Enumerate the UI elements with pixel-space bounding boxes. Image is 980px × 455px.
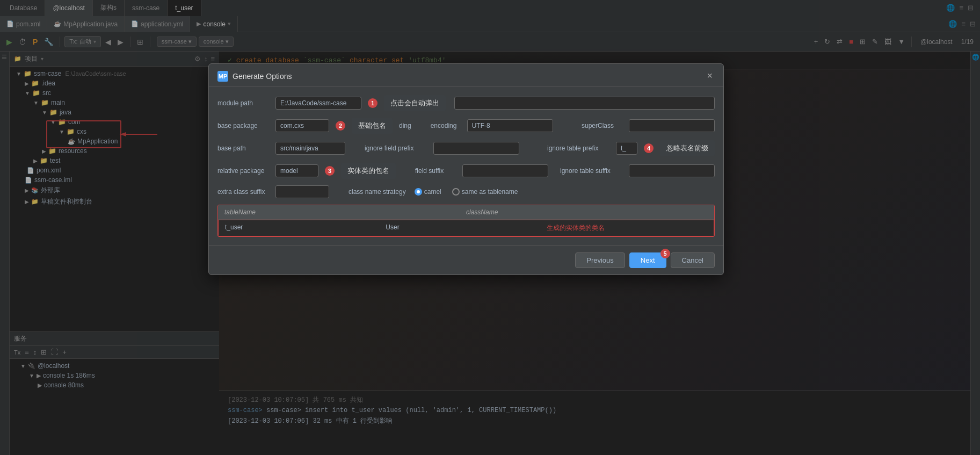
tree-com[interactable]: ▼ 📁 com <box>10 117 219 127</box>
filter-icon[interactable]: ▼ <box>896 37 907 47</box>
edit-icon[interactable]: ✎ <box>870 37 880 47</box>
next-button[interactable]: Next 5 <box>629 252 666 268</box>
sidebar-toggle-icon[interactable]: ☰ <box>1 54 8 61</box>
align-icon[interactable]: ≡ <box>959 4 963 12</box>
wrench-btn[interactable]: 🔧 <box>42 37 55 47</box>
cog-icon[interactable]: ⚙ <box>194 55 201 63</box>
globe-icon[interactable]: 🌐 <box>946 4 955 12</box>
editor-tab-yml[interactable]: 📄 application.yml <box>125 16 190 32</box>
col-tableName: tableName <box>224 208 466 216</box>
clock-btn[interactable]: ⏱ <box>17 37 28 47</box>
cancel-button[interactable]: Cancel <box>671 252 715 268</box>
tree-resources[interactable]: ▶ 📁 resources <box>10 146 219 156</box>
project-folder-icon[interactable]: 📁 <box>14 55 21 62</box>
project-dropdown-icon[interactable]: ▾ <box>41 56 43 62</box>
encoding-input[interactable] <box>467 119 553 132</box>
base-package-input[interactable] <box>275 119 329 132</box>
console-dropdown[interactable]: console ▾ <box>199 37 234 47</box>
tab-database[interactable]: Database <box>2 0 45 16</box>
svc-add-icon[interactable]: + <box>62 348 67 356</box>
filter-tree-icon[interactable]: ≡ <box>210 55 215 63</box>
tx-dropdown[interactable]: Tx: 自动 ▾ <box>64 36 100 47</box>
tab-jiagous[interactable]: 架构s <box>93 0 125 16</box>
tree-idea[interactable]: ▶ 📁 .idea <box>10 78 219 88</box>
refresh-icon[interactable]: ↻ <box>822 37 832 47</box>
ssm-case-folder-icon: 📁 <box>24 70 32 77</box>
editor-tab-console[interactable]: ▶ console ▾ <box>190 16 237 32</box>
base-package-ding: ding <box>399 122 411 129</box>
ignore-table-prefix-input[interactable] <box>616 142 637 155</box>
class-name-strategy-label: class name strategy <box>349 188 406 196</box>
grid-btn[interactable]: ⊞ <box>135 37 146 47</box>
col-className: className <box>466 208 708 216</box>
ssm-case-dropdown[interactable]: ssm-case ▾ <box>157 37 197 47</box>
grid-db-icon[interactable]: ⊞ <box>858 37 868 47</box>
cell-tableName-0: t_user <box>225 223 386 233</box>
globe-icon-right[interactable]: 🌐 <box>948 20 957 28</box>
tree-pomxml[interactable]: 📄 pom.xml <box>10 165 219 175</box>
svc-grid-icon[interactable]: ⊞ <box>41 348 47 356</box>
tab-tuser[interactable]: t_user <box>168 0 201 16</box>
module-path-input[interactable] <box>275 97 361 110</box>
tree-cxs[interactable]: ▼ 📁 cxs <box>10 127 219 136</box>
extra-class-suffix-input[interactable] <box>275 185 329 198</box>
tree-java[interactable]: ▼ 📁 java <box>10 107 219 117</box>
project-tree: ▼ 📁 ssm-case E:\JavaCode\ssm-case ▶ 📁 .i… <box>10 67 219 331</box>
camel-radio[interactable]: camel <box>415 188 441 196</box>
svc-localhost[interactable]: ▼ 🔌 @localhost <box>10 361 219 371</box>
editor-tab-pom[interactable]: 📄 pom.xml <box>0 16 47 32</box>
ignore-table-suffix-input[interactable] <box>629 164 715 177</box>
svc-updown-icon[interactable]: ↕ <box>33 348 37 356</box>
run-btn[interactable]: ▶ <box>4 37 14 47</box>
stop-icon[interactable]: ■ <box>847 37 855 47</box>
svc-tx-icon[interactable]: Tx <box>14 349 20 356</box>
p-btn[interactable]: P <box>31 37 40 47</box>
editor-tab-mpapp[interactable]: ☕ MpApplication.java <box>47 16 125 32</box>
align-icon-right[interactable]: ≡ <box>961 20 966 28</box>
same-as-tablename-radio[interactable]: same as tablename <box>452 188 518 196</box>
table-row-0[interactable]: t_user User 生成的实体类的类名 <box>218 220 714 236</box>
previous-button[interactable]: Previous <box>575 252 625 268</box>
sep1 <box>60 37 60 47</box>
superclass-input[interactable] <box>629 119 715 132</box>
services-header: 服务 <box>10 332 219 346</box>
svc-align-icon[interactable]: ≡ <box>25 348 29 356</box>
module-path-extra-input[interactable] <box>454 97 715 110</box>
image-icon[interactable]: 🖼 <box>882 37 894 47</box>
tab-localhost[interactable]: @localhost <box>45 0 93 16</box>
sep4 <box>911 37 912 47</box>
sort-icon[interactable]: ↕ <box>204 55 208 63</box>
svc-expand-icon[interactable]: ⛶ <box>51 348 58 356</box>
tree-root[interactable]: ▼ 📁 ssm-case E:\JavaCode\ssm-case <box>10 69 219 78</box>
tree-ssm-iml[interactable]: 📄 ssm-case.iml <box>10 175 219 185</box>
relative-package-input[interactable] <box>275 164 318 177</box>
tree-external-libs[interactable]: ▶ 📚 外部库 <box>10 185 219 196</box>
tree-idea-label: .idea <box>41 80 55 87</box>
ignore-field-prefix-input[interactable] <box>433 142 519 155</box>
tree-src[interactable]: ▼ 📁 src <box>10 88 219 98</box>
module-path-row: module path 1 点击会自动弹出 <box>217 95 715 111</box>
left-btn[interactable]: ◀ <box>103 37 113 47</box>
svc-console1[interactable]: ▼ ▶ console 1s 186ms <box>10 371 219 380</box>
modal-close-button[interactable]: × <box>705 70 715 82</box>
base-package-label: base package <box>217 122 271 129</box>
tree-mpapp[interactable]: ☕ MpApplication <box>10 136 219 146</box>
field-suffix-input[interactable] <box>462 164 548 177</box>
tree-main[interactable]: ▼ 📁 main <box>10 98 219 107</box>
split-icon[interactable]: ⊟ <box>968 4 974 12</box>
tree-src-label: src <box>42 89 51 97</box>
sync-icon[interactable]: ⇄ <box>834 37 845 47</box>
right-btn[interactable]: ▶ <box>115 37 126 47</box>
tree-test[interactable]: ▶ 📁 test <box>10 156 219 165</box>
tree-cxs-label: cxs <box>77 128 86 135</box>
svc-console2[interactable]: ▶ console 80ms <box>10 380 219 390</box>
tree-drafts[interactable]: ▶ 📁 草稿文件和控制台 <box>10 196 219 207</box>
split-icon-right[interactable]: ⊟ <box>970 20 976 28</box>
base-path-input[interactable] <box>275 142 345 155</box>
right-globe-icon[interactable]: 🌐 <box>972 54 979 61</box>
add-icon[interactable]: + <box>812 37 821 47</box>
ignore-field-prefix-label: ignore field prefix <box>365 145 429 152</box>
right-icon-strip: 🌐 <box>970 52 980 455</box>
svc-localhost-label: @localhost <box>38 362 70 370</box>
tab-ssm-case[interactable]: ssm-case <box>125 0 168 16</box>
